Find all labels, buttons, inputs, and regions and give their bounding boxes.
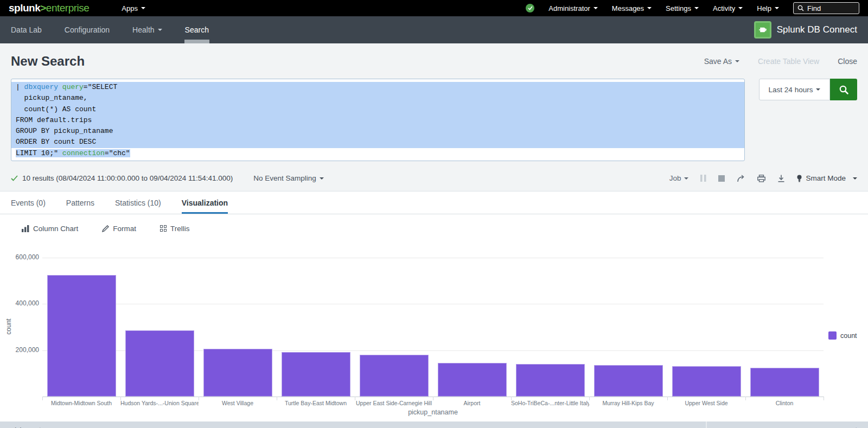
axis-tick — [589, 397, 590, 400]
query-line: ORDER BY count DESC — [11, 137, 744, 148]
chart-type-label: Column Chart — [33, 225, 78, 233]
results-summary: 10 results (08/04/2024 11:00:00.000 to 0… — [11, 174, 324, 182]
help-menu[interactable]: Help — [757, 4, 779, 12]
search-header-section: New Search Save As Create Table View Clo… — [0, 43, 868, 191]
job-menu-label: Job — [669, 174, 681, 182]
gridline — [42, 258, 824, 258]
query-token: | — [16, 83, 24, 91]
chart-type-picker[interactable]: Column Chart — [22, 225, 78, 233]
query-token — [58, 83, 62, 91]
x-axis-category-label: Airport — [433, 400, 511, 406]
axis-tick — [120, 397, 121, 400]
time-range-label: Last 24 hours — [769, 86, 813, 94]
pause-job-button[interactable] — [700, 175, 706, 182]
table-column-pickup-ntaname[interactable]: pickup_ntaname — [0, 421, 707, 428]
x-axis-category-label: SoHo-TriBeCa-...nter-Little Italy — [511, 400, 589, 406]
system-status-icon[interactable] — [526, 4, 534, 12]
find-search-input[interactable]: Find — [793, 2, 859, 14]
chart-bar[interactable] — [282, 352, 350, 397]
statistics-table-header: pickup_ntaname count — [0, 421, 868, 428]
y-axis-tick-label: 600,000 — [1, 253, 39, 261]
administrator-menu-label: Administrator — [548, 4, 590, 12]
tab-statistics-10[interactable]: Statistics (10) — [115, 191, 161, 214]
page-header: New Search Save As Create Table View Clo… — [0, 43, 868, 76]
chart-bar[interactable] — [594, 365, 663, 397]
format-button[interactable]: Format — [102, 225, 136, 233]
query-line: count(*) AS count — [11, 104, 744, 115]
close-button[interactable]: Close — [838, 57, 857, 66]
stop-icon — [718, 175, 725, 182]
chart-bar[interactable] — [750, 368, 819, 397]
save-as-button[interactable]: Save As — [704, 57, 739, 66]
y-axis-tick-label: 200,000 — [1, 346, 39, 354]
nav-item-label: Search — [185, 25, 209, 34]
top-bar: splunk>enterprise Apps Administrator Mes… — [0, 0, 868, 16]
query-token: FROM default.trips — [16, 116, 92, 124]
nav-item-configuration[interactable]: Configuration — [65, 16, 110, 43]
apps-menu[interactable]: Apps — [122, 4, 145, 12]
search-row: | dbxquery query="SELECT pickup_ntaname,… — [0, 76, 868, 165]
query-line: pickup_ntaname, — [11, 93, 744, 104]
tab-events-0[interactable]: Events (0) — [11, 191, 46, 214]
event-sampling-menu[interactable]: No Event Sampling — [253, 174, 324, 182]
nav-item-label: Health — [132, 25, 154, 34]
administrator-menu[interactable]: Administrator — [548, 4, 598, 12]
nav-item-health[interactable]: Health — [132, 16, 162, 43]
search-mode-menu[interactable]: Smart Mode — [797, 174, 857, 182]
chart-bar[interactable] — [125, 330, 194, 397]
y-axis-title: count — [5, 310, 12, 343]
chart-bar[interactable] — [516, 364, 585, 397]
x-axis-category-label: Murray Hill-Kips Bay — [589, 400, 667, 406]
axis-tick — [42, 397, 43, 400]
axis-tick — [824, 397, 824, 400]
y-axis-tick-label: 400,000 — [1, 299, 39, 307]
event-sampling-label: No Event Sampling — [253, 174, 316, 182]
app-title: Splunk DB Connect — [777, 24, 857, 35]
chart-bar[interactable] — [203, 349, 272, 397]
legend-item-count[interactable]: count — [828, 331, 857, 340]
topbar-right-menus: Administrator Messages Settings Activity… — [526, 2, 859, 14]
query-line: LIMIT 10;" connection="chc" — [11, 148, 744, 159]
chart-bar[interactable] — [438, 363, 507, 397]
share-job-button[interactable] — [737, 175, 745, 182]
print-button[interactable] — [757, 175, 765, 182]
search-query-input[interactable]: | dbxquery query="SELECT pickup_ntaname,… — [11, 79, 745, 161]
page-title: New Search — [11, 54, 85, 69]
app-brand[interactable]: Splunk DB Connect — [754, 21, 857, 39]
logo-gt-text: > — [40, 2, 46, 14]
chart-bar[interactable] — [672, 366, 741, 397]
tab-visualization[interactable]: Visualization — [182, 191, 228, 214]
chart-bar[interactable] — [360, 355, 429, 397]
chevron-down-icon — [684, 177, 688, 180]
find-placeholder: Find — [807, 4, 821, 12]
nav-item-data-lab[interactable]: Data Lab — [11, 16, 42, 43]
job-status-row: 10 results (08/04/2024 11:00:00.000 to 0… — [0, 165, 868, 191]
settings-menu[interactable]: Settings — [666, 4, 699, 12]
export-download-button[interactable] — [777, 175, 785, 182]
chart-bar[interactable] — [47, 275, 116, 397]
nav-item-search[interactable]: Search — [185, 16, 209, 43]
chevron-down-icon — [738, 7, 743, 9]
chevron-down-icon — [158, 29, 162, 31]
axis-tick — [511, 397, 512, 400]
active-nav-marker — [184, 40, 209, 43]
messages-menu[interactable]: Messages — [612, 4, 652, 12]
results-count-text: 10 results (08/04/2024 11:00:00.000 to 0… — [22, 174, 233, 182]
tab-patterns[interactable]: Patterns — [66, 191, 94, 214]
time-range-picker[interactable]: Last 24 hours — [759, 79, 830, 100]
stop-job-button[interactable] — [718, 175, 725, 182]
x-axis-category-label: Upper West Side — [667, 400, 745, 406]
query-token: LIMIT 10;" — [16, 149, 62, 157]
results-tabs: Events (0)PatternsStatistics (10)Visuali… — [0, 191, 868, 214]
splunk-enterprise-logo[interactable]: splunk>enterprise — [9, 2, 89, 14]
create-table-view-button[interactable]: Create Table View — [758, 57, 819, 66]
x-axis-category-label: Hudson Yards-...-Union Square — [120, 400, 199, 406]
logo-splunk-text: splunk — [9, 2, 40, 14]
table-column-count[interactable]: count — [707, 421, 868, 428]
chevron-down-icon — [647, 7, 652, 9]
job-menu[interactable]: Job — [669, 174, 689, 182]
query-token: GROUP BY pickup_ntaname — [16, 127, 113, 135]
trellis-button[interactable]: Trellis — [160, 225, 190, 233]
activity-menu[interactable]: Activity — [713, 4, 743, 12]
run-search-button[interactable] — [830, 79, 857, 100]
